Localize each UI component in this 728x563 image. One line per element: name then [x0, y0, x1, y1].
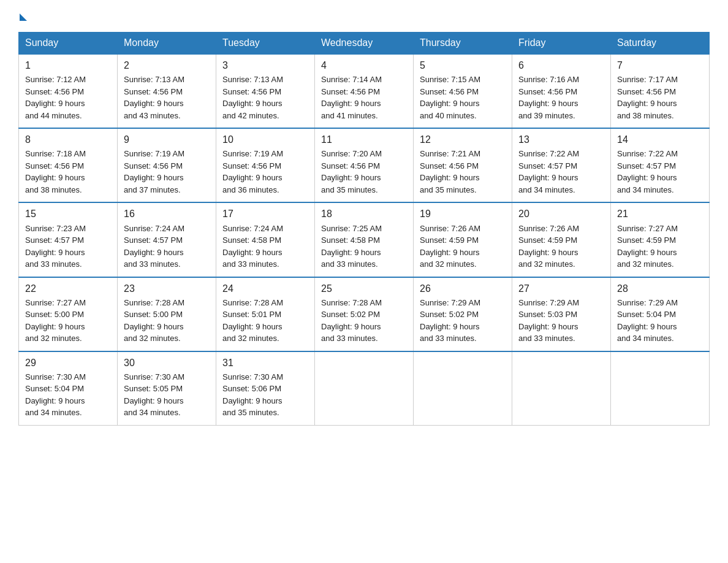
calendar-week-row: 29Sunrise: 7:30 AMSunset: 5:04 PMDayligh… [19, 351, 710, 426]
calendar-cell: 24Sunrise: 7:28 AMSunset: 5:01 PMDayligh… [216, 277, 315, 351]
calendar-cell: 20Sunrise: 7:26 AMSunset: 4:59 PMDayligh… [512, 202, 611, 277]
logo [18, 12, 27, 21]
day-info: Sunrise: 7:22 AMSunset: 4:57 PMDaylight:… [617, 148, 703, 196]
day-info: Sunrise: 7:23 AMSunset: 4:57 PMDaylight:… [25, 223, 111, 270]
day-number: 8 [25, 132, 111, 147]
calendar-cell: 13Sunrise: 7:22 AMSunset: 4:57 PMDayligh… [512, 128, 611, 202]
calendar-cell: 22Sunrise: 7:27 AMSunset: 5:00 PMDayligh… [19, 277, 118, 351]
day-number: 30 [124, 356, 210, 370]
day-info: Sunrise: 7:21 AMSunset: 4:56 PMDaylight:… [420, 148, 506, 196]
calendar-cell: 6Sunrise: 7:16 AMSunset: 4:56 PMDaylight… [512, 54, 611, 128]
day-info: Sunrise: 7:27 AMSunset: 4:59 PMDaylight:… [617, 223, 703, 270]
day-info: Sunrise: 7:15 AMSunset: 4:56 PMDaylight:… [420, 74, 506, 121]
calendar-cell [315, 351, 414, 426]
weekday-header-wednesday: Wednesday [315, 33, 414, 55]
calendar-cell: 15Sunrise: 7:23 AMSunset: 4:57 PMDayligh… [19, 202, 118, 277]
calendar-cell [611, 351, 710, 426]
day-info: Sunrise: 7:12 AMSunset: 4:56 PMDaylight:… [25, 74, 111, 121]
day-number: 5 [420, 58, 506, 72]
day-number: 29 [25, 356, 111, 370]
day-info: Sunrise: 7:29 AMSunset: 5:04 PMDaylight:… [617, 297, 703, 345]
day-info: Sunrise: 7:30 AMSunset: 5:05 PMDaylight:… [124, 371, 210, 419]
calendar-cell: 16Sunrise: 7:24 AMSunset: 4:57 PMDayligh… [118, 202, 216, 277]
day-info: Sunrise: 7:30 AMSunset: 5:04 PMDaylight:… [25, 371, 111, 419]
calendar-cell: 29Sunrise: 7:30 AMSunset: 5:04 PMDayligh… [19, 351, 118, 426]
day-number: 1 [25, 58, 111, 72]
calendar-table: SundayMondayTuesdayWednesdayThursdayFrid… [18, 32, 710, 426]
day-info: Sunrise: 7:18 AMSunset: 4:56 PMDaylight:… [25, 148, 111, 196]
day-info: Sunrise: 7:19 AMSunset: 4:56 PMDaylight:… [124, 148, 210, 196]
calendar-cell [512, 351, 611, 426]
day-number: 23 [124, 282, 210, 296]
page-header [18, 12, 710, 21]
day-number: 13 [518, 132, 604, 147]
day-info: Sunrise: 7:19 AMSunset: 4:56 PMDaylight:… [222, 148, 308, 196]
day-number: 10 [222, 132, 308, 147]
calendar-cell [414, 351, 512, 426]
day-number: 27 [518, 282, 604, 296]
day-number: 24 [222, 282, 308, 296]
calendar-cell: 12Sunrise: 7:21 AMSunset: 4:56 PMDayligh… [414, 128, 512, 202]
day-number: 18 [321, 207, 407, 221]
weekday-header-monday: Monday [118, 33, 216, 55]
calendar-cell: 10Sunrise: 7:19 AMSunset: 4:56 PMDayligh… [216, 128, 315, 202]
day-number: 28 [617, 282, 703, 296]
calendar-cell: 17Sunrise: 7:24 AMSunset: 4:58 PMDayligh… [216, 202, 315, 277]
calendar-cell: 25Sunrise: 7:28 AMSunset: 5:02 PMDayligh… [315, 277, 414, 351]
weekday-header-tuesday: Tuesday [216, 33, 315, 55]
calendar-cell: 9Sunrise: 7:19 AMSunset: 4:56 PMDaylight… [118, 128, 216, 202]
day-info: Sunrise: 7:26 AMSunset: 4:59 PMDaylight:… [420, 223, 506, 270]
day-number: 12 [420, 132, 506, 147]
calendar-cell: 1Sunrise: 7:12 AMSunset: 4:56 PMDaylight… [19, 54, 118, 128]
weekday-header-thursday: Thursday [414, 33, 512, 55]
day-info: Sunrise: 7:29 AMSunset: 5:03 PMDaylight:… [518, 297, 604, 345]
weekday-header-saturday: Saturday [611, 33, 710, 55]
calendar-cell: 3Sunrise: 7:13 AMSunset: 4:56 PMDaylight… [216, 54, 315, 128]
day-number: 14 [617, 132, 703, 147]
calendar-cell: 14Sunrise: 7:22 AMSunset: 4:57 PMDayligh… [611, 128, 710, 202]
calendar-cell: 7Sunrise: 7:17 AMSunset: 4:56 PMDaylight… [611, 54, 710, 128]
calendar-cell: 5Sunrise: 7:15 AMSunset: 4:56 PMDaylight… [414, 54, 512, 128]
day-info: Sunrise: 7:17 AMSunset: 4:56 PMDaylight:… [617, 74, 703, 121]
day-info: Sunrise: 7:28 AMSunset: 5:00 PMDaylight:… [124, 297, 210, 345]
calendar-cell: 8Sunrise: 7:18 AMSunset: 4:56 PMDaylight… [19, 128, 118, 202]
day-number: 22 [25, 282, 111, 296]
day-number: 17 [222, 207, 308, 221]
day-info: Sunrise: 7:29 AMSunset: 5:02 PMDaylight:… [420, 297, 506, 345]
day-number: 20 [518, 207, 604, 221]
calendar-cell: 4Sunrise: 7:14 AMSunset: 4:56 PMDaylight… [315, 54, 414, 128]
day-number: 15 [25, 207, 111, 221]
logo-triangle-icon [20, 13, 27, 21]
day-number: 11 [321, 132, 407, 147]
day-info: Sunrise: 7:13 AMSunset: 4:56 PMDaylight:… [124, 74, 210, 121]
day-info: Sunrise: 7:25 AMSunset: 4:58 PMDaylight:… [321, 223, 407, 270]
calendar-cell: 19Sunrise: 7:26 AMSunset: 4:59 PMDayligh… [414, 202, 512, 277]
calendar-week-row: 22Sunrise: 7:27 AMSunset: 5:00 PMDayligh… [19, 277, 710, 351]
weekday-header-row: SundayMondayTuesdayWednesdayThursdayFrid… [19, 33, 710, 55]
day-number: 7 [617, 58, 703, 72]
calendar-week-row: 15Sunrise: 7:23 AMSunset: 4:57 PMDayligh… [19, 202, 710, 277]
day-number: 25 [321, 282, 407, 296]
day-info: Sunrise: 7:24 AMSunset: 4:57 PMDaylight:… [124, 223, 210, 270]
day-info: Sunrise: 7:22 AMSunset: 4:57 PMDaylight:… [518, 148, 604, 196]
day-number: 19 [420, 207, 506, 221]
day-number: 3 [222, 58, 308, 72]
day-info: Sunrise: 7:24 AMSunset: 4:58 PMDaylight:… [222, 223, 308, 270]
day-info: Sunrise: 7:28 AMSunset: 5:02 PMDaylight:… [321, 297, 407, 345]
day-number: 21 [617, 207, 703, 221]
day-info: Sunrise: 7:20 AMSunset: 4:56 PMDaylight:… [321, 148, 407, 196]
calendar-cell: 28Sunrise: 7:29 AMSunset: 5:04 PMDayligh… [611, 277, 710, 351]
day-info: Sunrise: 7:26 AMSunset: 4:59 PMDaylight:… [518, 223, 604, 270]
calendar-cell: 31Sunrise: 7:30 AMSunset: 5:06 PMDayligh… [216, 351, 315, 426]
calendar-cell: 26Sunrise: 7:29 AMSunset: 5:02 PMDayligh… [414, 277, 512, 351]
day-info: Sunrise: 7:30 AMSunset: 5:06 PMDaylight:… [222, 371, 308, 419]
day-info: Sunrise: 7:16 AMSunset: 4:56 PMDaylight:… [518, 74, 604, 121]
day-info: Sunrise: 7:28 AMSunset: 5:01 PMDaylight:… [222, 297, 308, 345]
weekday-header-sunday: Sunday [19, 33, 118, 55]
day-number: 9 [124, 132, 210, 147]
weekday-header-friday: Friday [512, 33, 611, 55]
day-number: 6 [518, 58, 604, 72]
calendar-cell: 23Sunrise: 7:28 AMSunset: 5:00 PMDayligh… [118, 277, 216, 351]
day-info: Sunrise: 7:13 AMSunset: 4:56 PMDaylight:… [222, 74, 308, 121]
calendar-cell: 18Sunrise: 7:25 AMSunset: 4:58 PMDayligh… [315, 202, 414, 277]
